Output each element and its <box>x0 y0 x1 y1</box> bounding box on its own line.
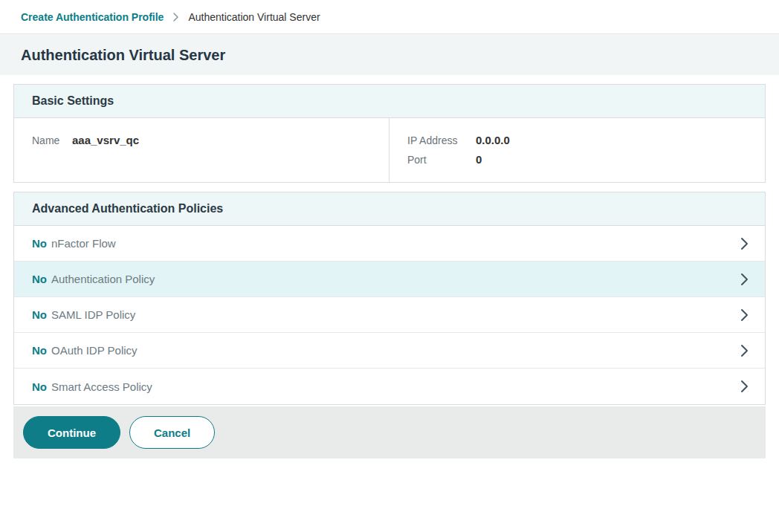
policy-row-label: Authentication Policy <box>51 273 155 285</box>
cancel-button[interactable]: Cancel <box>129 416 215 449</box>
policy-row-prefix: No <box>32 308 47 321</box>
breadcrumb-separator-chevron-icon <box>172 12 179 22</box>
chevron-right-icon <box>740 308 749 322</box>
ip-address-field: IP Address 0.0.0.0 <box>407 131 747 150</box>
basic-settings-right-column: IP Address 0.0.0.0 Port 0 <box>390 118 765 182</box>
advanced-authentication-policies-section: Advanced Authentication Policies No nFac… <box>13 192 766 405</box>
name-field: Name aaa_vsrv_qc <box>32 131 371 150</box>
chevron-right-icon <box>740 380 749 393</box>
policy-row-prefix: No <box>32 273 47 285</box>
port-value: 0 <box>476 150 482 169</box>
page-title: Authentication Virtual Server <box>21 45 758 65</box>
continue-button[interactable]: Continue <box>23 416 120 449</box>
advanced-policies-header: Advanced Authentication Policies <box>14 192 765 226</box>
ip-address-value: 0.0.0.0 <box>476 131 510 150</box>
policy-row-saml-idp-policy[interactable]: No SAML IDP Policy <box>14 297 765 333</box>
name-value: aaa_vsrv_qc <box>72 131 139 150</box>
policy-row-authentication-policy[interactable]: No Authentication Policy <box>14 262 765 297</box>
policy-row-prefix: No <box>32 237 47 250</box>
policy-row-label: Smart Access Policy <box>51 380 152 393</box>
basic-settings-left-column: Name aaa_vsrv_qc <box>14 118 390 182</box>
ip-address-label: IP Address <box>407 131 476 150</box>
basic-settings-content: Name aaa_vsrv_qc IP Address 0.0.0.0 Port… <box>14 118 765 182</box>
action-bar: Continue Cancel <box>13 406 766 458</box>
chevron-right-icon <box>740 344 749 357</box>
breadcrumb-current: Authentication Virtual Server <box>188 11 320 23</box>
chevron-right-icon <box>740 273 749 286</box>
policy-row-prefix: No <box>32 380 47 393</box>
page-header: Authentication Virtual Server <box>0 34 779 75</box>
policy-row-label: OAuth IDP Policy <box>51 344 138 357</box>
policy-row-smart-access-policy[interactable]: No Smart Access Policy <box>14 369 765 404</box>
policy-row-label: SAML IDP Policy <box>51 308 135 321</box>
chevron-right-icon <box>740 237 749 250</box>
basic-settings-header: Basic Settings <box>14 85 765 118</box>
policy-row-oauth-idp-policy[interactable]: No OAuth IDP Policy <box>14 333 765 369</box>
basic-settings-section: Basic Settings Name aaa_vsrv_qc IP Addre… <box>13 84 766 183</box>
policy-row-nfactor-flow[interactable]: No nFactor Flow <box>14 226 765 262</box>
policy-row-label: nFactor Flow <box>51 237 116 250</box>
name-label: Name <box>32 131 72 150</box>
breadcrumb: Create Authentication Profile Authentica… <box>0 0 779 34</box>
port-field: Port 0 <box>407 150 747 169</box>
policy-row-prefix: No <box>32 344 47 357</box>
breadcrumb-link-create-authentication-profile[interactable]: Create Authentication Profile <box>21 11 164 23</box>
port-label: Port <box>407 150 476 169</box>
